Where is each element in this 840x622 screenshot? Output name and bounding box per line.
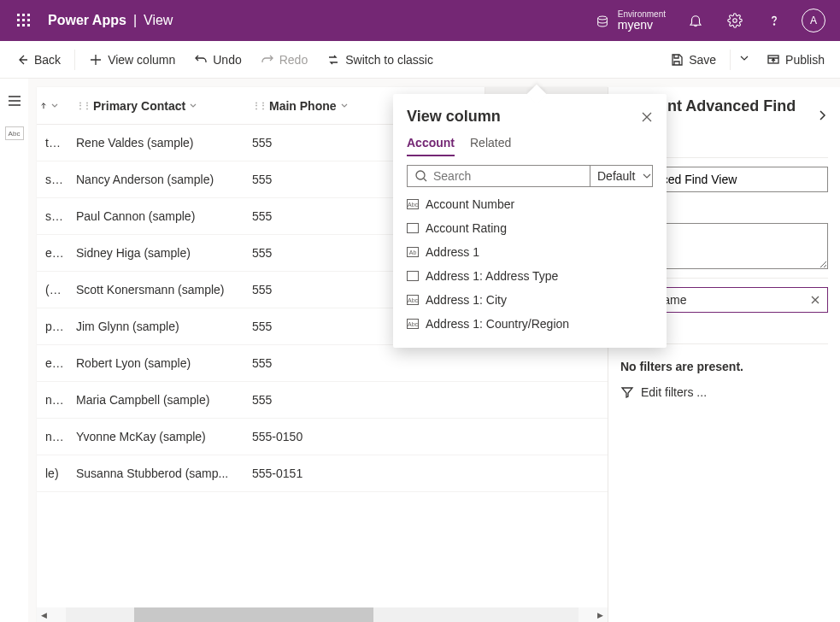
row-contact-cell: Maria Campbell (sample) (68, 393, 244, 407)
back-label: Back (34, 53, 61, 67)
edit-filters-button[interactable]: Edit filters ... (620, 385, 828, 399)
grip-icon: ⋮⋮ (76, 101, 90, 110)
row-contact-cell: Yvonne McKay (sample) (68, 430, 244, 443)
notifications-button[interactable] (676, 0, 715, 41)
row-name-cell: (sample) (37, 283, 68, 296)
datatype-icon: Abc (407, 295, 419, 305)
back-arrow-icon (15, 53, 29, 67)
publish-label: Publish (785, 53, 825, 67)
switch-classic-button[interactable]: Switch to classic (318, 48, 442, 72)
row-contact-cell: Sidney Higa (sample) (68, 246, 244, 260)
svg-rect-6 (17, 24, 20, 26)
settings-button[interactable] (715, 0, 755, 41)
column-sort-select[interactable]: Default (590, 166, 659, 186)
row-name-cell: euticals (sample) (37, 356, 68, 370)
brand-section: View (144, 13, 173, 28)
back-button[interactable]: Back (7, 48, 69, 72)
column-option[interactable]: AbAddress 1 (407, 240, 653, 264)
hamburger-button[interactable] (1, 87, 28, 114)
datatype-icon (407, 223, 419, 233)
edit-filters-label: Edit filters ... (641, 385, 707, 399)
no-filters-label: No filters are present. (620, 360, 828, 373)
redo-label: Redo (279, 53, 308, 67)
app-launcher-button[interactable] (7, 3, 41, 38)
publish-button[interactable]: Publish (758, 48, 833, 72)
save-dropdown-button[interactable] (736, 48, 756, 72)
clear-sort-button[interactable] (810, 295, 820, 305)
scroll-thumb[interactable] (134, 607, 373, 622)
column-option-label: Address 1: Address Type (426, 269, 558, 283)
column-header-primary-contact[interactable]: ⋮⋮ Primary Contact (68, 87, 244, 124)
scroll-left-button[interactable]: ◀ (37, 607, 51, 622)
environment-picker[interactable]: Environment myenv (585, 6, 676, 35)
table-row[interactable]: nple)Yvonne McKay (sample)555-0150 (37, 419, 608, 455)
column-option[interactable]: AbcAccount Number (407, 192, 653, 216)
view-column-label: View column (108, 53, 175, 67)
column-option-label: Account Number (426, 197, 514, 211)
brand-name: Power Apps (48, 13, 126, 28)
search-icon (414, 169, 428, 183)
view-column-button[interactable]: View column (80, 48, 184, 72)
grip-icon: ⋮⋮ (252, 101, 266, 110)
column-option[interactable]: Account Rating (407, 216, 653, 240)
row-phone-cell: 555 (244, 173, 391, 186)
undo-icon (194, 53, 208, 67)
svg-point-9 (598, 16, 608, 20)
tab-related[interactable]: Related (470, 136, 511, 156)
datatype-icon: Abc (407, 199, 419, 209)
column-option[interactable]: AbcAddress 1: Country/Region (407, 312, 653, 336)
row-phone-cell: 555 (244, 356, 391, 370)
view-column-popover: View column Account Related Default AbcA… (393, 94, 667, 348)
popover-title: View column (407, 108, 501, 126)
table-row[interactable]: nple)Maria Campbell (sample)555 (37, 382, 608, 419)
column-search-input[interactable] (433, 169, 583, 183)
horizontal-scrollbar[interactable]: ◀ ▶ (37, 607, 608, 622)
undo-label: Undo (213, 53, 241, 67)
svg-point-13 (416, 171, 425, 179)
row-contact-cell: Susanna Stubberod (samp... (68, 466, 244, 480)
column-option[interactable]: Address 1: Address Type (407, 264, 653, 288)
row-contact-cell: Jim Glynn (sample) (68, 320, 244, 333)
table-row[interactable]: le)Susanna Stubberod (samp...555-0151 (37, 455, 608, 492)
column-label: Primary Contact (93, 99, 185, 113)
plus-icon (89, 53, 103, 67)
svg-rect-1 (22, 14, 25, 16)
environment-label: Environment (618, 9, 666, 19)
column-label: Main Phone (269, 99, 337, 113)
fields-button[interactable]: Abc (5, 126, 24, 140)
svg-rect-2 (27, 14, 30, 16)
panel-expand-button[interactable] (816, 109, 828, 121)
svg-rect-8 (27, 24, 30, 26)
column-option-label: Address 1: Country/Region (426, 317, 569, 331)
row-contact-cell: Robert Lyon (sample) (68, 356, 244, 370)
row-contact-cell: Paul Cannon (sample) (68, 209, 244, 223)
svg-point-11 (773, 24, 774, 25)
account-button[interactable]: A (794, 0, 833, 41)
tab-account[interactable]: Account (407, 136, 455, 156)
row-phone-cell: 555 (244, 246, 391, 260)
row-name-cell: sample) (37, 209, 68, 223)
save-button[interactable]: Save (661, 48, 725, 72)
column-option-label: Address 1: City (426, 293, 507, 307)
column-option[interactable]: AbcAddress 1: City (407, 288, 653, 312)
redo-button[interactable]: Redo (252, 48, 316, 72)
svg-rect-0 (17, 14, 20, 16)
close-popover-button[interactable] (641, 111, 653, 123)
switch-icon (326, 53, 340, 67)
environment-icon (596, 14, 609, 27)
row-phone-cell: 555 (244, 320, 391, 333)
chevron-down-icon (340, 102, 349, 110)
sort-indicator-column[interactable] (37, 87, 68, 124)
svg-point-10 (733, 19, 737, 23)
svg-rect-5 (27, 19, 30, 21)
scroll-right-button[interactable]: ▶ (593, 607, 608, 622)
column-option-label: Address 1 (426, 245, 479, 259)
row-phone-cell: 555 (244, 283, 391, 296)
undo-button[interactable]: Undo (185, 48, 250, 72)
table-row[interactable]: euticals (sample)Robert Lyon (sample)555 (37, 345, 608, 382)
row-phone-cell: 555-0151 (244, 466, 391, 480)
help-button[interactable] (755, 0, 794, 41)
column-header-main-phone[interactable]: ⋮⋮ Main Phone (244, 87, 391, 124)
datatype-icon: Ab (407, 247, 419, 257)
sort-select-label: Default (597, 169, 635, 183)
